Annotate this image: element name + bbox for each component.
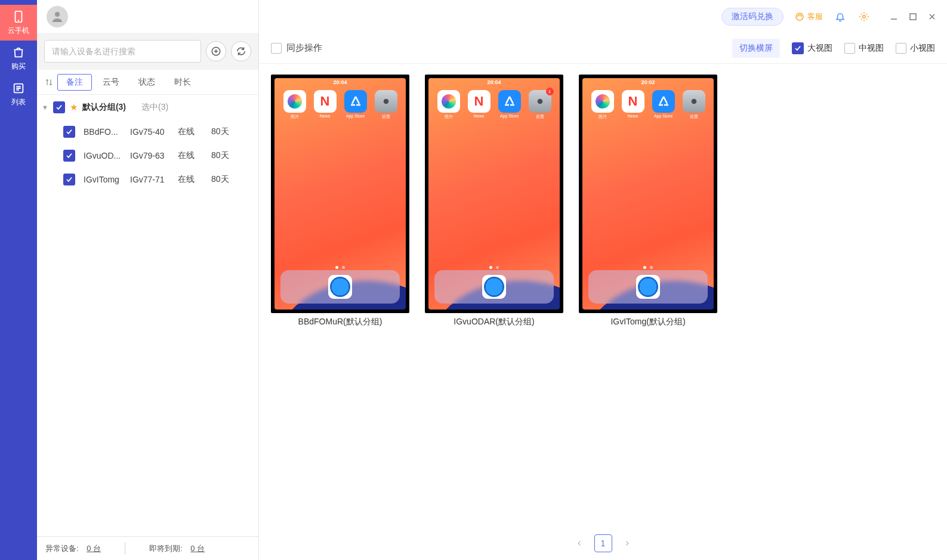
- nav-rail: 云手机 购买 列表: [0, 0, 37, 560]
- expiring-count[interactable]: 0 台: [190, 544, 205, 553]
- device-card-label: IGvITomg(默认分组): [610, 317, 685, 327]
- device-name: IGvuOD...: [84, 151, 130, 160]
- maximize-button[interactable]: [908, 11, 918, 22]
- device-card-label: IGvuODAR(默认分组): [454, 317, 534, 327]
- view-small[interactable]: 小视图: [896, 43, 935, 54]
- page-next[interactable]: [619, 536, 635, 551]
- ios-app-label: App Store: [500, 114, 519, 118]
- avatar[interactable]: [47, 6, 68, 27]
- sync-label: 同步操作: [286, 42, 322, 54]
- photos-icon: [283, 90, 306, 113]
- device-row[interactable]: BBdFO...IGv75-40在线80天: [37, 120, 258, 144]
- status-time: 20:02: [582, 79, 714, 88]
- news-icon: N: [314, 90, 337, 113]
- settings-icon: [683, 90, 705, 113]
- rail-label: 云手机: [8, 26, 29, 36]
- device-code: IGv75-40: [130, 127, 178, 137]
- view-small-checkbox[interactable]: [896, 43, 906, 54]
- device-name: BBdFO...: [84, 127, 130, 137]
- collapse-icon[interactable]: ▼: [42, 104, 48, 111]
- view-small-label: 小视图: [910, 43, 935, 54]
- abnormal-count[interactable]: 0 台: [87, 544, 101, 553]
- device-duration: 80天: [211, 174, 241, 185]
- ios-app-label: 设置: [536, 114, 544, 120]
- device-checkbox[interactable]: [63, 150, 75, 162]
- group-header: ▼ ★ 默认分组(3) 选中(3): [37, 95, 258, 120]
- support-label: 客服: [807, 11, 823, 22]
- device-checkbox[interactable]: [63, 174, 75, 185]
- sync-checkbox[interactable]: [271, 43, 282, 54]
- device-screen[interactable]: 20:04照片NNewsApp Store1设置: [425, 75, 563, 313]
- support-link[interactable]: 客服: [794, 11, 823, 22]
- page-prev[interactable]: [572, 536, 587, 551]
- device-screen[interactable]: 20:02照片NNewsApp Store设置: [579, 75, 717, 313]
- view-medium[interactable]: 中视图: [844, 43, 884, 54]
- ios-app-appstore: App Store: [498, 90, 522, 120]
- sync-toggle[interactable]: 同步操作: [271, 42, 322, 54]
- dock: [434, 270, 554, 304]
- window-controls: [889, 11, 937, 22]
- phone-icon: [12, 10, 25, 23]
- device-row[interactable]: IGvITomgIGv77-71在线80天: [37, 168, 258, 191]
- appstore-icon: [652, 90, 675, 113]
- page-dots: [274, 266, 406, 269]
- search-input-wrap: [44, 40, 201, 63]
- star-icon: ★: [70, 102, 78, 113]
- tab-remark[interactable]: 备注: [57, 74, 92, 91]
- ios-app-label: 照片: [599, 114, 607, 120]
- ios-app-news: NNews: [467, 90, 491, 120]
- safari-icon: [328, 275, 352, 299]
- device-status: 在线: [178, 150, 211, 161]
- rail-buy[interactable]: 购买: [0, 41, 37, 76]
- bell-icon[interactable]: [834, 10, 847, 23]
- svg-point-5: [796, 13, 803, 20]
- view-large[interactable]: 大视图: [792, 42, 832, 54]
- device-card: 20:04照片NNewsApp Store1设置IGvuODAR(默认分组): [425, 75, 563, 327]
- sort-icon[interactable]: [43, 78, 55, 86]
- device-checkbox[interactable]: [63, 126, 75, 138]
- search-input[interactable]: [45, 47, 200, 56]
- ios-app-label: App Store: [346, 114, 365, 118]
- device-row[interactable]: IGvuOD...IGv79-63在线80天: [37, 144, 258, 168]
- device-code: IGv79-63: [130, 151, 178, 160]
- device-status: 在线: [178, 126, 211, 137]
- view-medium-checkbox[interactable]: [844, 43, 855, 54]
- add-button[interactable]: [206, 41, 226, 61]
- page-number[interactable]: 1: [594, 534, 612, 552]
- status-time: 20:04: [428, 79, 560, 88]
- view-large-checkbox[interactable]: [792, 42, 804, 54]
- svg-point-3: [55, 12, 60, 17]
- settings-icon: 1: [529, 90, 551, 113]
- gear-icon[interactable]: [857, 10, 871, 23]
- device-card: 20:04照片NNewsApp Store设置BBdFOMuR(默认分组): [271, 75, 409, 327]
- redeem-button[interactable]: 激活码兑换: [721, 8, 783, 26]
- appstore-icon: [344, 90, 367, 113]
- ios-app-label: App Store: [654, 114, 673, 118]
- rail-list[interactable]: 列表: [0, 76, 37, 112]
- ios-app-settings: 1设置: [528, 90, 552, 120]
- sidebar-footer: 异常设备: 0 台 即将到期: 0 台: [37, 536, 258, 560]
- svg-point-1: [18, 20, 19, 21]
- safari-icon: [636, 275, 660, 299]
- status-time: 20:04: [274, 79, 406, 88]
- orientation-button[interactable]: 切换横屏: [732, 39, 780, 58]
- list-icon: [12, 82, 25, 95]
- tab-cloudid[interactable]: 云号: [94, 74, 128, 91]
- ios-app-label: 照片: [445, 114, 453, 120]
- rail-cloudphone[interactable]: 云手机: [0, 5, 37, 41]
- close-button[interactable]: [927, 11, 937, 22]
- tab-status[interactable]: 状态: [130, 74, 164, 91]
- expiring-block: 即将到期: 0 台: [149, 543, 205, 554]
- view-large-label: 大视图: [807, 43, 832, 54]
- ios-app-appstore: App Store: [344, 90, 368, 120]
- minimize-button[interactable]: [889, 11, 899, 22]
- column-tabs: 备注 云号 状态 时长: [37, 70, 258, 95]
- expiring-label: 即将到期:: [149, 544, 183, 553]
- device-screen[interactable]: 20:04照片NNewsApp Store设置: [271, 75, 409, 313]
- group-selected: 选中(3): [141, 102, 168, 113]
- tab-duration[interactable]: 时长: [166, 74, 199, 91]
- refresh-button[interactable]: [231, 41, 251, 61]
- settings-icon: [375, 90, 397, 113]
- titlebar: 激活码兑换 客服: [259, 0, 947, 33]
- group-checkbox[interactable]: [53, 101, 65, 113]
